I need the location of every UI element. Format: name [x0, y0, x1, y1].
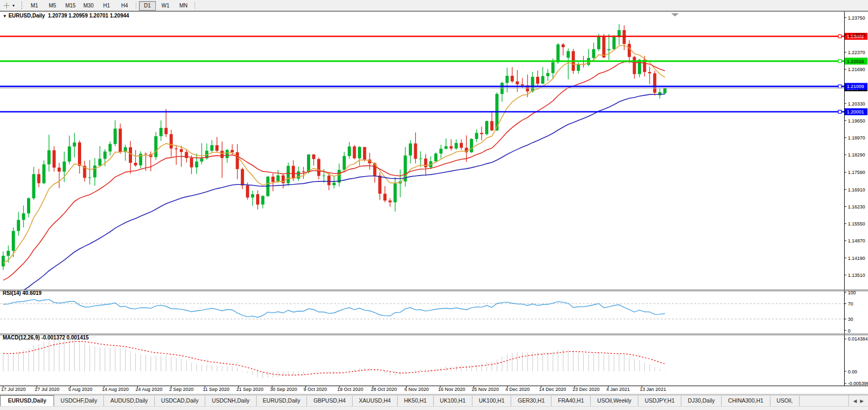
toolbar-grip[interactable]: [21, 2, 22, 9]
tab-usoil-weekly[interactable]: USOil,Weekly: [591, 396, 638, 407]
rsi-tick-label: 0: [848, 328, 851, 334]
date-tick-label: 13 Jan 2021: [640, 387, 667, 392]
hline-1.21009[interactable]: [0, 85, 844, 88]
ohlc-close: 1.20944: [110, 13, 129, 19]
toolbar-separator: [136, 2, 136, 9]
price-tick-label: 1.14190: [848, 256, 865, 261]
price-tick-label: 1.16230: [848, 204, 865, 210]
ohlc-high: 1.20959: [68, 13, 87, 19]
tab-uk100-h1[interactable]: UK100,H1: [472, 396, 511, 407]
tab-scroll-right-icon[interactable]: ▶: [860, 398, 864, 404]
timeframe-button-w1[interactable]: W1: [157, 1, 174, 11]
tab-xauusd-h4[interactable]: XAUUSD,H4: [353, 396, 398, 407]
price-line-label-1.20001[interactable]: 1.20001: [845, 108, 867, 115]
timeframe-button-h4[interactable]: H4: [116, 1, 133, 11]
tab-usdcnh-daily[interactable]: USDCNH,Daily: [205, 396, 256, 407]
date-tick-label: 6 Nov 2020: [405, 387, 429, 392]
tab-gbpusd-h4[interactable]: GBPUSD,H4: [307, 396, 353, 407]
tab-uk100-h1[interactable]: UK100,H1: [434, 396, 472, 407]
chart-canvas[interactable]: 1.209441.230021.220161.210091.200011.237…: [0, 11, 868, 393]
tab-china300-h1[interactable]: CHINA300,H1: [722, 396, 770, 407]
svg-text:1.21009: 1.21009: [847, 84, 864, 89]
hline-1.23002[interactable]: [0, 34, 844, 38]
status-bar: [0, 406, 868, 410]
tab-hk50-h1[interactable]: HK50,H1: [398, 396, 434, 407]
macd-histogram: [3, 339, 665, 379]
date-tick-label: 24 Aug 2020: [136, 387, 163, 392]
hline-handle[interactable]: [838, 110, 841, 114]
date-tick-label: 2 Sep 2020: [169, 387, 194, 392]
date-tick-label: 16 Nov 2020: [438, 387, 465, 392]
tab-usdchf-daily[interactable]: USDCHF,Daily: [54, 396, 104, 407]
hline-1.22016[interactable]: [0, 59, 844, 63]
price-tick-label: 1.23070: [848, 32, 865, 38]
rsi-line: [3, 299, 665, 317]
macd-indicator-label: MACD(12,26,9) -0.001372 0.001415: [3, 335, 89, 341]
date-tick-label: 14 Dec 2020: [539, 387, 566, 392]
price-line-label-1.22016[interactable]: 1.22016: [845, 58, 867, 65]
macd-axis[interactable]: 0.0143840.00-0.005396: [844, 336, 868, 386]
date-tick-label: 17 Jul 2020: [1, 387, 26, 392]
time-axis[interactable]: 17 Jul 202027 Jul 20205 Aug 202014 Aug 2…: [1, 386, 666, 392]
tab-usdcad-daily[interactable]: USDCAD,Daily: [155, 396, 206, 407]
price-tick-label: 1.23750: [848, 15, 865, 21]
price-tick-label: 1.20330: [848, 101, 865, 107]
tab-dj30-daily[interactable]: DJ30,Daily: [681, 396, 722, 407]
date-tick-label: 21 Sep 2020: [236, 387, 264, 392]
price-axis[interactable]: 1.237501.230701.223701.216901.203301.196…: [844, 12, 865, 386]
crosshair-icon: [4, 3, 10, 8]
timeframe-button-m30[interactable]: M30: [80, 1, 97, 11]
date-tick-label: 9 Oct 2020: [304, 387, 327, 392]
ma-line-slow: [3, 94, 665, 300]
hline-1.20001[interactable]: [0, 110, 844, 114]
price-tick-label: 1.13510: [848, 273, 865, 278]
timeframe-button-m15[interactable]: M15: [62, 1, 79, 11]
date-tick-label: 14 Aug 2020: [102, 387, 129, 392]
price-tick-label: 1.17590: [848, 170, 865, 175]
date-tick-label: 30 Sep 2020: [270, 387, 297, 392]
rsi-level-lines: [0, 304, 844, 319]
collapse-caret-icon[interactable]: ▼: [3, 14, 7, 19]
chart-title: ▼EURUSD,Daily 1.20739 1.20959 1.20701 1.…: [3, 13, 129, 19]
hline-handle[interactable]: [838, 59, 841, 63]
price-line-label-1.21009[interactable]: 1.21009: [845, 83, 867, 90]
ma-line-medium: [3, 62, 665, 281]
rsi-axis[interactable]: 10070300: [844, 290, 856, 334]
tab-eurusd-daily[interactable]: EURUSD,Daily: [0, 395, 54, 407]
hline-handle[interactable]: [838, 34, 841, 38]
ohlc-low: 1.20701: [89, 13, 108, 19]
rsi-tick-label: 30: [848, 317, 853, 322]
date-tick-label: 23 Dec 2020: [573, 387, 600, 392]
tab-scroll-arrows: ◀ ▶: [848, 395, 868, 407]
hline-handle[interactable]: [838, 85, 841, 88]
svg-text:1.22016: 1.22016: [847, 59, 864, 64]
crosshair-cursor-icon[interactable]: ▼: [2, 1, 17, 10]
ma-line-fast: [3, 46, 665, 264]
tab-fra40-h1[interactable]: FRA40,H1: [551, 396, 591, 407]
ohlc-open: 1.20739: [48, 13, 67, 19]
chevron-down-icon: ▼: [12, 4, 15, 7]
tab-usdjpy-h1[interactable]: USDJPY,H1: [638, 396, 681, 407]
tab-eurusd-daily[interactable]: EURUSD,Daily: [257, 396, 308, 407]
rsi-indicator-label: RSI(14) 40.6019: [3, 290, 41, 296]
tab-scroll-left-icon[interactable]: ◀: [853, 398, 857, 404]
timeframe-button-d1[interactable]: D1: [139, 1, 156, 11]
svg-text:1.20001: 1.20001: [847, 109, 864, 115]
date-tick-label: 4 Dec 2020: [505, 387, 530, 392]
tab-usoil[interactable]: USOil,: [770, 396, 800, 407]
chart-tabs: EURUSD,DailyUSDCHF,DailyAUDUSD,DailyUSDC…: [0, 395, 849, 407]
date-tick-label: 19 Oct 2020: [337, 387, 363, 392]
price-tick-label: 1.14870: [848, 238, 865, 243]
tab-ger30-h1[interactable]: GER30,H1: [511, 396, 551, 407]
chart-shift-marker[interactable]: [671, 13, 679, 16]
timeframe-button-mn[interactable]: MN: [175, 1, 192, 11]
macd-signal-line: [3, 342, 665, 376]
timeframe-button-m1[interactable]: M1: [26, 1, 43, 11]
date-tick-label: 25 Nov 2020: [472, 387, 499, 392]
timeframe-button-m5[interactable]: M5: [44, 1, 61, 11]
tab-audusd-daily[interactable]: AUDUSD,Daily: [104, 396, 155, 407]
rsi-tick-label: 70: [848, 301, 853, 307]
toolbar-separator: [195, 2, 195, 9]
chart-tabbar: EURUSD,DailyUSDCHF,DailyAUDUSD,DailyUSDC…: [0, 395, 868, 407]
timeframe-button-h1[interactable]: H1: [98, 1, 115, 11]
